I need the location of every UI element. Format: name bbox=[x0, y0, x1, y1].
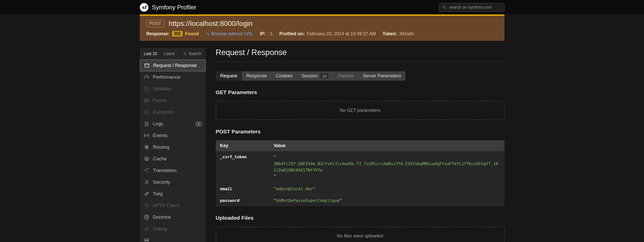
sidebar-item-doctrine[interactable]: Doctrine bbox=[140, 211, 206, 223]
sidebar-item-clipped[interactable] bbox=[140, 235, 206, 242]
alert-icon bbox=[144, 109, 149, 115]
param-value: "UnMotDePasseSuperComplique" bbox=[269, 195, 504, 206]
response-status-text: Found bbox=[185, 31, 199, 37]
sidebar-item-cache[interactable]: Cache bbox=[140, 153, 206, 165]
sidebar-item-validator: Validator bbox=[140, 83, 206, 95]
token-value: 342a4c bbox=[399, 31, 414, 37]
tab-server-parameters[interactable]: Server Parameters bbox=[358, 71, 405, 81]
sidebar-item-forms: Forms bbox=[140, 95, 206, 106]
sidebar-item-events[interactable]: Events bbox=[140, 130, 206, 141]
symfony-logo-icon: sf bbox=[140, 3, 148, 12]
get-parameters-title: GET Parameters bbox=[216, 89, 504, 95]
page-title: Request / Response bbox=[216, 48, 504, 62]
param-value: "admin@local.dev" bbox=[269, 183, 504, 195]
get-parameters-empty: No GET parameters bbox=[216, 101, 504, 120]
sidebar-item-request-response[interactable]: Request / Response bbox=[140, 60, 206, 71]
leaf-icon bbox=[144, 191, 149, 197]
param-key: password bbox=[216, 195, 269, 206]
browse-referrer-link[interactable]: Browse referrer URL bbox=[205, 31, 253, 37]
signpost-icon bbox=[144, 144, 149, 150]
file-text-icon bbox=[144, 121, 149, 127]
profiled-on-label: Profiled on: bbox=[279, 31, 305, 37]
layers-icon bbox=[144, 156, 149, 162]
request-status-bar: POST https://localhost:8000/login Respon… bbox=[140, 14, 504, 41]
brand: sf Symfony Profiler bbox=[140, 3, 197, 12]
column-key: Key bbox=[216, 140, 269, 151]
site-search[interactable] bbox=[439, 3, 504, 12]
param-key: _csrf_token bbox=[216, 151, 269, 183]
param-value: " 38b4fc25f.SDEZ54m_B3rfvVcJlcVwo9a_FI_f… bbox=[269, 151, 504, 183]
sidebar-item-routing[interactable]: Routing bbox=[140, 141, 206, 153]
check-square-icon bbox=[144, 86, 149, 92]
http-method-badge: POST bbox=[146, 20, 165, 27]
sidebar-item-translation[interactable]: Aa Translation bbox=[140, 165, 206, 176]
request-url: https://localhost:8000/login bbox=[169, 20, 253, 28]
response-code-badge: 302 bbox=[172, 31, 183, 37]
tab-flashes: Flashes bbox=[333, 71, 358, 81]
sidebar-item-performance[interactable]: Performance bbox=[140, 71, 206, 83]
tab-bar: Request Response Cookies Session 10 Flas… bbox=[216, 71, 406, 81]
svg-text:a: a bbox=[147, 170, 148, 173]
database-icon bbox=[144, 214, 149, 220]
tab-response[interactable]: Response bbox=[242, 71, 271, 81]
post-parameters-table: Key Value _csrf_token " 38b4fc25f.SDEZ54… bbox=[216, 140, 504, 206]
table-row: password "UnMotDePasseSuperComplique" bbox=[216, 195, 504, 206]
logs-count-badge: 1 bbox=[195, 121, 202, 127]
sidebar-item-exception: Exception bbox=[140, 106, 206, 118]
return-arrow-icon bbox=[205, 32, 210, 36]
tab-request[interactable]: Request bbox=[216, 71, 242, 81]
filter-last-10[interactable]: Last 10 bbox=[144, 51, 157, 56]
param-key: email bbox=[216, 183, 269, 195]
tab-cookies[interactable]: Cookies bbox=[271, 71, 297, 81]
search-input[interactable] bbox=[449, 5, 501, 10]
table-row: _csrf_token " 38b4fc25f.SDEZ54m_B3rfvVcJ… bbox=[216, 151, 504, 183]
main-panel: Request / Response Request Response Cook… bbox=[216, 48, 504, 242]
column-value: Value bbox=[269, 140, 504, 151]
rows-icon bbox=[144, 238, 149, 242]
input-icon bbox=[144, 98, 149, 103]
filter-latest[interactable]: Latest bbox=[164, 51, 175, 56]
svg-text:A: A bbox=[144, 168, 147, 172]
filter-search[interactable]: Search bbox=[183, 51, 202, 56]
token-label: Token: bbox=[382, 31, 397, 37]
window-icon bbox=[144, 63, 150, 68]
bug-icon bbox=[144, 226, 149, 232]
table-row: email "admin@local.dev" bbox=[216, 183, 504, 195]
ip-value: ::1 bbox=[268, 31, 273, 37]
uploaded-files-empty: No files were uploaded bbox=[216, 227, 504, 242]
uploaded-files-title: Uploaded Files bbox=[216, 215, 504, 221]
user-icon bbox=[144, 179, 149, 185]
translate-icon: Aa bbox=[144, 168, 149, 173]
broadcast-icon bbox=[144, 133, 149, 138]
session-count-badge: 10 bbox=[320, 74, 329, 78]
sidebar-item-twig[interactable]: Twig bbox=[140, 188, 206, 200]
ip-label: IP: bbox=[260, 31, 266, 37]
gauge-icon bbox=[144, 74, 149, 80]
tab-session[interactable]: Session 10 bbox=[297, 71, 333, 81]
profiler-sidebar: Last 10 Latest Search Request / Response bbox=[140, 48, 206, 242]
table-header-row: Key Value bbox=[216, 140, 504, 151]
post-parameters-title: POST Parameters bbox=[216, 129, 504, 135]
top-bar: sf Symfony Profiler bbox=[0, 0, 644, 14]
profiled-on-value: February 23, 2024 at 10:49:37 AM bbox=[307, 31, 376, 37]
sidebar-item-security[interactable]: Security bbox=[140, 176, 206, 188]
sidebar-item-http-client: HTTP Client bbox=[140, 200, 206, 211]
response-label: Response: bbox=[146, 31, 170, 37]
swap-arrows-icon bbox=[144, 203, 149, 208]
search-icon bbox=[183, 52, 187, 56]
sidebar-item-logs[interactable]: Logs 1 bbox=[140, 118, 206, 130]
search-icon bbox=[442, 5, 446, 9]
app-title: Symfony Profiler bbox=[152, 4, 197, 11]
sidebar-filters: Last 10 Latest Search bbox=[140, 48, 206, 60]
sidebar-item-debug: Debug bbox=[140, 223, 206, 235]
